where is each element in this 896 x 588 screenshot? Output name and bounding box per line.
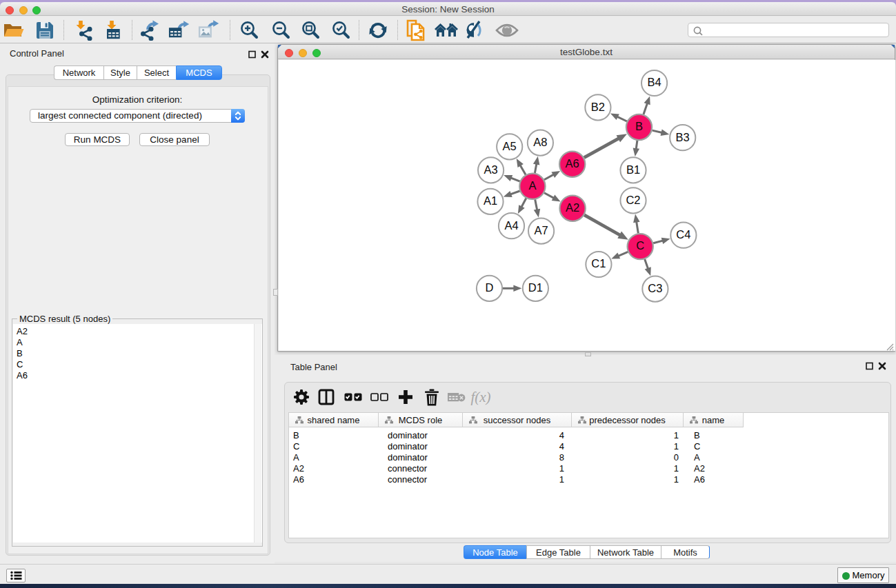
svg-text:C: C xyxy=(636,239,644,252)
svg-text:C1: C1 xyxy=(591,257,606,270)
svg-text:D1: D1 xyxy=(528,281,543,294)
svg-text:B: B xyxy=(635,120,643,132)
svg-text:C4: C4 xyxy=(676,228,690,241)
svg-text:A4: A4 xyxy=(504,219,518,232)
svg-text:B3: B3 xyxy=(676,131,690,143)
svg-text:C3: C3 xyxy=(648,282,662,294)
svg-text:B2: B2 xyxy=(591,101,605,113)
svg-text:B1: B1 xyxy=(626,163,640,176)
svg-text:A5: A5 xyxy=(503,140,517,152)
svg-text:D: D xyxy=(486,281,494,294)
svg-text:A7: A7 xyxy=(535,224,548,236)
svg-text:A6: A6 xyxy=(566,157,579,170)
svg-text:A1: A1 xyxy=(484,194,497,207)
svg-text:A3: A3 xyxy=(484,163,498,176)
svg-text:A: A xyxy=(528,179,536,192)
svg-text:C2: C2 xyxy=(626,194,640,206)
svg-text:B4: B4 xyxy=(648,76,661,88)
svg-text:A2: A2 xyxy=(566,201,579,214)
svg-text:A8: A8 xyxy=(533,136,547,148)
